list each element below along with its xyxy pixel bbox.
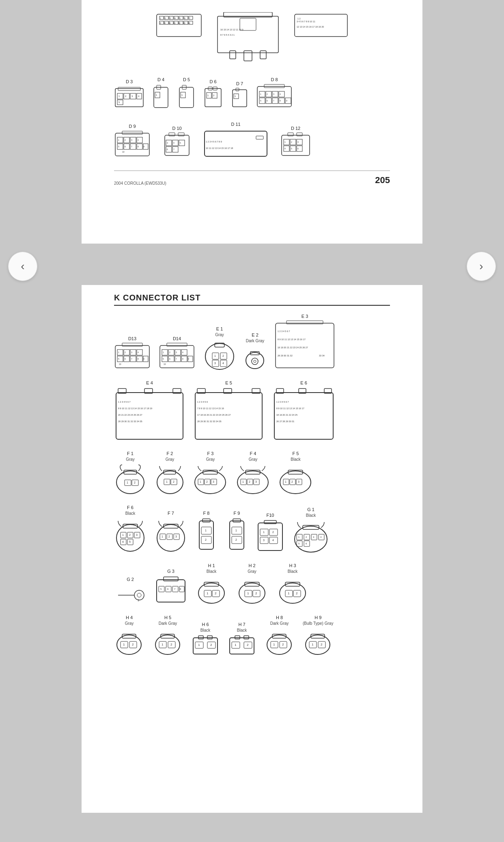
svg-text:2: 2 — [134, 481, 136, 484]
svg-rect-73 — [264, 84, 284, 88]
svg-text:4: 4 — [280, 93, 281, 95]
conn-f8-label: F 8 — [203, 511, 210, 516]
connector-e3: E 3 1 2 3 4 5 6 7 8 9 10 11 12 13 14 15 … — [274, 314, 335, 371]
conn-h2-label: H 2 — [248, 563, 255, 568]
svg-text:2: 2 — [291, 480, 293, 483]
conn-f4-label: F 4 — [250, 451, 256, 456]
connector-g2: G 2 1 — [114, 577, 146, 605]
connector-d-right: 3 4 5 6 7 8 9 10 11 1 2 12 13 14 15 16 1… — [293, 12, 349, 65]
svg-text:1: 1 — [207, 94, 209, 97]
svg-text:8: 8 — [182, 358, 183, 360]
prev-button[interactable]: ‹ — [8, 252, 37, 281]
conn-h7-label: H 7 — [238, 622, 245, 627]
svg-text:2: 2 — [169, 351, 170, 354]
connector-d-right-svg: 3 4 5 6 7 8 9 10 11 1 2 12 13 14 15 16 1… — [293, 12, 349, 41]
svg-text:2: 2 — [291, 141, 292, 143]
connector-d1: 1 2 3 4 5 6 7 8 9 10 11 — [155, 12, 203, 65]
connector-f10: F10 1 2 3 4 — [256, 513, 284, 553]
svg-text:1: 1 — [214, 354, 216, 357]
conn-h7-svg: 1 2 — [228, 634, 256, 656]
svg-text:3: 3 — [255, 480, 257, 483]
connector-e4: E 4 1 2 3 4 5 6 7 8 9 10 11 12 13 14 15 … — [114, 380, 185, 441]
svg-text:7: 7 — [131, 358, 132, 360]
conn-f9-svg: 1 2 — [226, 517, 248, 553]
svg-text:7: 7 — [131, 145, 132, 148]
conn-e3-label: E 3 — [302, 314, 308, 319]
connector-d12: D 12 1 2 3 4 5 6 — [280, 126, 311, 158]
svg-text:6: 6 — [267, 99, 268, 102]
conn-g1-svg: 1 2 3 4 5 6 — [293, 519, 329, 553]
connector-row-5: G 2 1 G 3 5 — [114, 563, 390, 605]
svg-text:4: 4 — [222, 362, 224, 365]
svg-text:1: 1 — [118, 139, 119, 141]
svg-text:5: 5 — [179, 17, 181, 19]
conn-h6-svg: 1 2 — [191, 634, 220, 656]
conn-f2-svg: 1 2 — [155, 463, 185, 495]
svg-point-326 — [137, 593, 141, 597]
svg-rect-68 — [233, 90, 247, 107]
svg-text:7: 7 — [273, 99, 274, 102]
svg-text:1: 1 — [285, 480, 286, 483]
connector-row-4: F 6 Black 1 2 3 4 5 — [114, 505, 390, 553]
conn-e2-svg — [244, 344, 266, 371]
conn-d6-svg: 1 2 — [203, 85, 223, 110]
top-document-page: 1 2 3 4 5 6 7 8 9 10 11 — [82, 0, 422, 244]
conn-d8-label: D 8 — [271, 77, 278, 82]
svg-text:2: 2 — [132, 643, 134, 646]
svg-text:7: 7 — [176, 358, 177, 360]
svg-text:8: 8 — [280, 99, 281, 102]
svg-text:4: 4 — [272, 539, 274, 542]
conn-e4-label: E 4 — [146, 380, 153, 385]
svg-text:1: 1 — [122, 533, 124, 536]
svg-text:3: 3 — [213, 480, 214, 483]
svg-rect-294 — [230, 521, 244, 549]
svg-text:1: 1 — [260, 93, 261, 95]
svg-text:4: 4 — [173, 142, 174, 144]
svg-point-310 — [295, 526, 327, 552]
conn-e2-label: E 2 — [252, 332, 258, 337]
conn-f5-svg: 1 2 3 — [278, 463, 313, 495]
svg-text:4: 4 — [138, 139, 139, 141]
connector-row-2: E 4 1 2 3 4 5 6 7 8 9 10 11 12 13 14 15 … — [114, 380, 390, 441]
svg-text:8: 8 — [138, 145, 139, 148]
svg-text:2: 2 — [210, 643, 212, 647]
svg-text:4: 4 — [284, 147, 286, 150]
connector-f7: F 7 1 2 3 — [155, 511, 187, 553]
svg-text:3: 3 — [175, 535, 177, 538]
connector-d6: D 6 1 2 — [203, 79, 223, 110]
connector-d3: D 3 1 2 3 4 5 — [114, 79, 144, 110]
conn-g3-svg: 5 6 7 8 — [155, 575, 187, 605]
svg-text:6: 6 — [306, 542, 307, 545]
connector-row-1: D13 1 2 3 4 5 — [114, 314, 390, 371]
svg-rect-57 — [179, 87, 194, 108]
svg-text:1: 1 — [247, 592, 249, 595]
svg-text:3: 3 — [136, 533, 138, 536]
connector-h2: H 2 Gray 1 2 — [236, 563, 268, 605]
svg-text:12: 12 — [178, 22, 181, 24]
connector-h4: H 4 Gray 1 2 — [114, 615, 144, 656]
svg-text:2: 2 — [206, 480, 208, 483]
conn-d7-label: D 7 — [236, 81, 243, 86]
svg-text:20 21 22 23    24 25    26 27: 20 21 22 23 24 25 26 27 — [118, 414, 142, 416]
svg-text:26 27    28 29    30 31: 26 27 28 29 30 31 — [276, 420, 294, 423]
conn-g3-label: G 3 — [167, 569, 174, 574]
svg-text:1  2  3  4  5  6  7  8  9: 1 2 3 4 5 6 7 8 9 — [206, 140, 222, 143]
svg-text:2: 2 — [296, 592, 298, 595]
svg-text:1: 1 — [138, 599, 139, 602]
conn-h2-svg: 1 2 — [236, 575, 268, 605]
conn-e1-sub: Gray — [215, 332, 224, 337]
conn-h9-sub: (Bulb Type) Gray — [303, 621, 333, 626]
conn-d5-svg: 1 — [177, 83, 196, 110]
conn-h5-sub: Dark Gray — [159, 621, 177, 626]
conn-f4-svg: 1 2 3 — [236, 463, 270, 495]
svg-text:1: 1 — [127, 481, 128, 484]
svg-text:10: 10 — [119, 363, 121, 365]
next-button[interactable]: › — [467, 252, 496, 281]
conn-e2-sub: Dark Gray — [246, 339, 265, 343]
svg-text:8: 8 — [138, 358, 139, 360]
svg-text:3: 3 — [167, 142, 168, 144]
conn-d13-svg: 1 2 3 4 5 6 7 8 9 10 — [114, 342, 151, 371]
svg-text:1: 1 — [200, 480, 201, 483]
svg-text:2: 2 — [255, 592, 257, 595]
page-footer: 2004 COROLLA (EWD533U) 205 — [114, 171, 390, 186]
